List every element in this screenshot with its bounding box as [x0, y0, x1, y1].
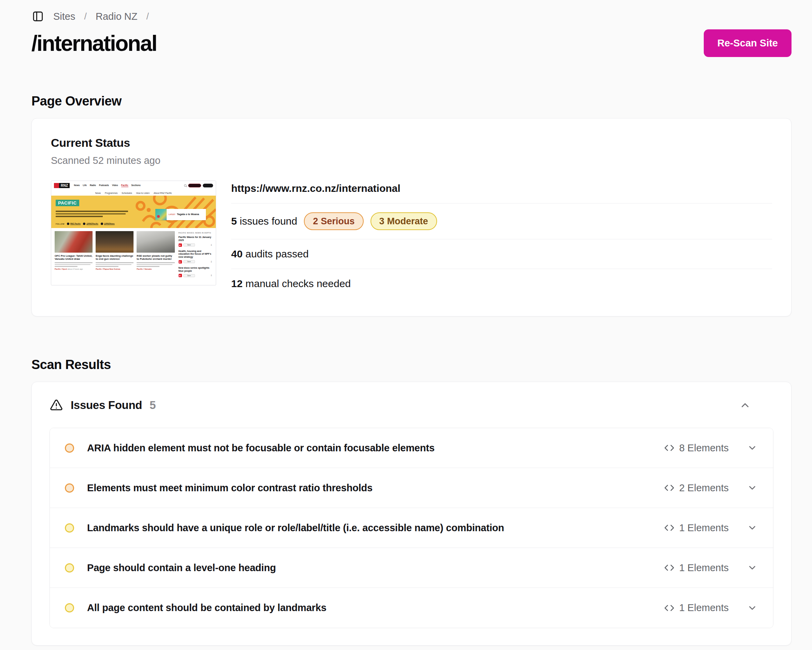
code-icon [664, 443, 675, 453]
chevron-down-icon[interactable] [747, 443, 757, 453]
rnz-logo-text: RNZ [59, 183, 70, 188]
issue-title: ARIA hidden element must not be focusabl… [87, 442, 435, 454]
chevron-down-icon[interactable] [747, 483, 757, 493]
breadcrumb-item-sites[interactable]: Sites [53, 11, 75, 22]
thumb-nav-item: Life [82, 184, 87, 187]
moderate-badge: 3Moderate [371, 212, 437, 230]
issues-found-line: 5 issues found 2Serious 3Moderate [231, 203, 772, 239]
issue-title: All page content should be contained by … [87, 602, 327, 613]
issue-row[interactable]: Page should contain a level-one heading … [50, 548, 773, 588]
sidebar-toggle-button[interactable] [31, 10, 44, 23]
issue-row[interactable]: Landmarks should have a unique role or r… [50, 508, 773, 548]
collapse-section-button[interactable] [739, 400, 751, 411]
issue-row[interactable]: ARIA hidden element must not be focusabl… [50, 428, 773, 468]
latest-tag: LATEST [169, 214, 176, 215]
issues-list: ARIA hidden element must not be focusabl… [49, 428, 774, 628]
thumb-nav-item: Video [112, 184, 118, 187]
podcast-item: Pacific Waves for 31 January 2025 ▶Save⇩ [179, 236, 212, 247]
thumb-header: RNZ News Life Radio Podcasts Video Pacif… [51, 181, 216, 190]
twitter-icon [83, 223, 85, 225]
thumb-header-buttons [184, 184, 213, 188]
download-icon: ⇩ [210, 244, 212, 247]
chevron-down-icon[interactable] [747, 603, 757, 613]
element-count: 1 Elements [679, 602, 729, 613]
thumb-nav-item-active: Pacific [121, 184, 128, 187]
thumb-subnav-item: Programmes [105, 192, 118, 194]
thumb-article: RSE worker pleads not guilty to Pukekohe… [137, 231, 174, 280]
issues-found-title: Issues Found [71, 399, 142, 412]
results-card: Issues Found 5 ARIA hidden element must … [31, 381, 792, 645]
article-meta: Pacific / Papua New Guinea [96, 268, 133, 270]
chevron-up-icon [739, 400, 751, 411]
thumb-subnav-item: How to Listen [136, 192, 150, 194]
chevron-down-icon[interactable] [747, 523, 757, 533]
status-card-title: Current Status [51, 136, 772, 150]
thumb-nav-item: Podcasts [99, 184, 109, 187]
download-icon: ⇩ [210, 274, 212, 277]
follow-label: FOLLOW [56, 223, 64, 225]
download-icon: ⇩ [210, 261, 212, 263]
panel-left-icon [32, 11, 44, 22]
issues-found-count: 5 [150, 399, 156, 412]
issue-title: Page should contain a level-one heading [87, 562, 276, 574]
results-heading: Scan Results [31, 357, 792, 372]
thumb-article: Enga faces daunting challenge to end gun… [96, 231, 133, 280]
thumb-subnav-item: About RNZ Pacific [154, 192, 172, 194]
article-image [55, 231, 93, 253]
title-row: /international Re-Scan Site [31, 29, 792, 57]
severity-dot [65, 484, 74, 493]
rnz-logo: RNZ [54, 183, 70, 188]
issue-row[interactable]: Elements must meet minimum color contras… [50, 468, 773, 508]
article-title: Enga faces daunting challenge to end gun… [96, 254, 133, 261]
element-count: 1 Elements [679, 522, 729, 534]
latest-title: Tagata o te Moana [177, 213, 199, 216]
overview-heading: Page Overview [31, 94, 792, 108]
issue-title: Elements must meet minimum color contras… [87, 482, 372, 494]
severity-dot [65, 603, 74, 612]
social-handle: RNZ Pacific [67, 223, 81, 225]
article-title: RSE worker pleads not guilty to Pukekohe… [137, 254, 174, 261]
thumb-article: OFC Pro League: Tahiti United, Vanuatu U… [55, 231, 93, 280]
status-info: https://www.rnz.co.nz/international 5 is… [231, 181, 772, 298]
element-count: 8 Elements [679, 442, 729, 454]
play-icon: ▶ [179, 243, 182, 247]
play-icon: ▶ [179, 274, 182, 277]
breadcrumb-separator: / [84, 11, 87, 22]
breadcrumb-separator: / [147, 11, 149, 22]
breadcrumb: Sites / Radio NZ / [31, 9, 792, 24]
severity-dot [65, 563, 74, 572]
article-image [137, 231, 174, 253]
thumb-content: OFC Pro League: Tahiti United, Vanuatu U… [51, 228, 216, 283]
follow-row: FOLLOW RNZ Pacific @RNZPacific @RNZNews [56, 223, 115, 225]
twitter-icon [101, 223, 103, 225]
social-handle: @RNZPacific [83, 223, 98, 225]
facebook-icon [67, 223, 69, 225]
thumb-nav: News Life Radio Podcasts Video Pacific S… [74, 184, 140, 187]
article-meta: Pacific / Vanuatu [137, 268, 174, 270]
issues-header: Issues Found 5 [49, 398, 774, 412]
thumb-sidebar: PACIFIC WAVES: NEWS IN DEPTH Pacific Wav… [179, 231, 212, 280]
social-handle: @RNZNews [101, 223, 115, 225]
rescan-site-button[interactable]: Re-Scan Site [704, 29, 792, 57]
severity-dot [65, 444, 74, 453]
article-image [96, 231, 133, 253]
pacific-badge: PACIFIC [56, 200, 79, 206]
chevron-down-icon[interactable] [747, 563, 757, 573]
search-icon [184, 185, 186, 187]
save-pill: Save [183, 260, 195, 263]
issue-row[interactable]: All page content should be contained by … [50, 588, 773, 628]
audits-passed-line: 40 audits passed [231, 239, 772, 269]
pacific-banner: PACIFIC FOLLOW RNZ Pacific @RNZPacific @… [51, 195, 216, 228]
thumb-nav-item: Sections [131, 184, 141, 187]
warning-triangle-icon [49, 398, 63, 412]
thumb-subnav-item: News [95, 192, 101, 194]
article-title: OFC Pro League: Tahiti United, Vanuatu U… [55, 254, 93, 261]
breadcrumb-item-site[interactable]: Radio NZ [96, 11, 137, 22]
manual-checks-line: 12 manual checks needed [231, 269, 772, 298]
listen-live-pill [188, 184, 201, 188]
page-title: /international [31, 31, 157, 56]
podcast-item: New doco series spotlights Niue people ▶… [179, 267, 212, 278]
thumb-subnav-item: Schedules [122, 192, 132, 194]
latest-card: LATEST Tagata o te Moana [156, 209, 206, 220]
podcast-item: Health, housing and education the focus … [179, 250, 212, 264]
